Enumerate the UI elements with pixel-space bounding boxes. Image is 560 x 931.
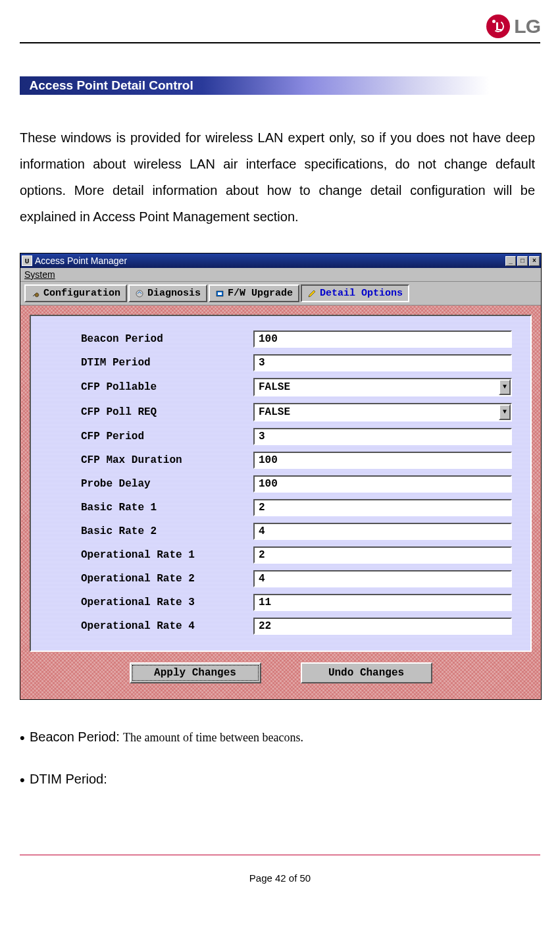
label-cfp-period: CFP Period [49, 431, 253, 442]
diagnosis-icon [135, 289, 144, 298]
tab-configuration[interactable]: Configuration [24, 284, 127, 302]
input-dtim-period[interactable]: 3 [253, 354, 512, 371]
svg-rect-2 [218, 292, 222, 295]
upgrade-icon [215, 289, 224, 298]
footer-divider [20, 855, 540, 855]
input-operational-rate-2[interactable]: 4 [253, 570, 512, 587]
lg-face-icon [486, 14, 510, 38]
tab-fw-upgrade-label: F/W Upgrade [228, 288, 293, 299]
label-beacon-period: Beacon Period [49, 333, 253, 345]
button-row: Apply Changes Undo Changes [30, 652, 532, 690]
label-basic-rate-1: Basic Rate 1 [49, 502, 253, 514]
row-operational-rate-2: Operational Rate 2 4 [49, 570, 512, 587]
input-basic-rate-1[interactable]: 2 [253, 499, 512, 516]
section-title-bar: Access Point Detail Control [20, 76, 542, 95]
tab-detail-options-label: Detail Options [320, 288, 403, 299]
chevron-down-icon: ▼ [499, 404, 511, 420]
label-dtim-period: DTIM Period [49, 357, 253, 369]
select-cfp-pollable[interactable]: FALSE ▼ [253, 378, 512, 396]
form-panel: Beacon Period 100 DTIM Period 3 CFP Poll… [30, 315, 532, 652]
menu-system[interactable]: System [24, 269, 55, 280]
label-basic-rate-2: Basic Rate 2 [49, 525, 253, 537]
input-cfp-period[interactable]: 3 [253, 428, 512, 445]
window-title: Access Point Manager [35, 255, 505, 266]
page-footer: Page 42 of 50 [20, 861, 540, 895]
input-probe-delay[interactable]: 100 [253, 475, 512, 492]
content-area: Beacon Period 100 DTIM Period 3 CFP Poll… [20, 306, 541, 699]
header-divider [20, 42, 540, 43]
row-basic-rate-2: Basic Rate 2 4 [49, 523, 512, 540]
label-operational-rate-1: Operational Rate 1 [49, 549, 253, 561]
minimize-button[interactable]: _ [505, 256, 516, 266]
select-cfp-poll-req-value: FALSE [255, 404, 499, 420]
select-cfp-pollable-value: FALSE [255, 379, 499, 395]
input-basic-rate-2[interactable]: 4 [253, 523, 512, 540]
input-cfp-max-duration[interactable]: 100 [253, 452, 512, 469]
row-cfp-max-duration: CFP Max Duration 100 [49, 452, 512, 469]
bullet-beacon-label: Beacon Period: [30, 730, 120, 744]
page-header: LG [20, 13, 540, 40]
bullet-dtim-label: DTIM Period: [30, 772, 107, 786]
label-operational-rate-3: Operational Rate 3 [49, 597, 253, 608]
input-operational-rate-3[interactable]: 11 [253, 594, 512, 611]
lg-logo: LG [486, 14, 540, 38]
input-operational-rate-4[interactable]: 22 [253, 618, 512, 635]
apply-button[interactable]: Apply Changes [130, 662, 261, 683]
bullet-list: • Beacon Period: The amount of time betw… [20, 730, 540, 789]
tab-detail-options[interactable]: Detail Options [301, 284, 409, 302]
row-cfp-poll-req: CFP Poll REQ FALSE ▼ [49, 403, 512, 421]
bullet-dot-icon: • [20, 772, 25, 788]
tab-fw-upgrade[interactable]: F/W Upgrade [209, 284, 299, 302]
section-title: Access Point Detail Control [30, 78, 193, 92]
bullet-dtim-period: • DTIM Period: [20, 772, 540, 789]
label-probe-delay: Probe Delay [49, 478, 253, 490]
edit-icon [307, 289, 317, 298]
tab-configuration-label: Configuration [43, 288, 120, 299]
label-cfp-poll-req: CFP Poll REQ [49, 406, 253, 418]
undo-button[interactable]: Undo Changes [301, 662, 432, 683]
toolbar: Configuration Diagnosis F/W Upgrade Deta… [20, 282, 541, 306]
label-operational-rate-2: Operational Rate 2 [49, 573, 253, 585]
label-operational-rate-4: Operational Rate 4 [49, 620, 253, 632]
row-probe-delay: Probe Delay 100 [49, 475, 512, 492]
row-cfp-pollable: CFP Pollable FALSE ▼ [49, 378, 512, 396]
app-icon: U [22, 255, 32, 266]
row-dtim-period: DTIM Period 3 [49, 354, 512, 371]
maximize-button[interactable]: □ [517, 256, 528, 266]
chevron-down-icon: ▼ [499, 379, 511, 395]
row-cfp-period: CFP Period 3 [49, 428, 512, 445]
window-titlebar: U Access Point Manager _ □ × [20, 253, 541, 268]
row-operational-rate-4: Operational Rate 4 22 [49, 618, 512, 635]
menu-bar: System [20, 268, 541, 282]
select-cfp-poll-req[interactable]: FALSE ▼ [253, 403, 512, 421]
row-operational-rate-1: Operational Rate 1 2 [49, 546, 512, 564]
app-window: U Access Point Manager _ □ × System Conf… [20, 253, 542, 700]
row-beacon-period: Beacon Period 100 [49, 331, 512, 348]
bullet-dot-icon: • [20, 730, 25, 746]
input-operational-rate-1[interactable]: 2 [253, 546, 512, 564]
wrench-icon [31, 289, 40, 298]
label-cfp-pollable: CFP Pollable [49, 381, 253, 393]
label-cfp-max-duration: CFP Max Duration [49, 454, 253, 466]
intro-paragraph: These windows is provided for wireless L… [20, 124, 535, 230]
bullet-beacon-period: • Beacon Period: The amount of time betw… [20, 730, 540, 747]
row-operational-rate-3: Operational Rate 3 11 [49, 594, 512, 611]
row-basic-rate-1: Basic Rate 1 2 [49, 499, 512, 516]
lg-brand-text: LG [514, 15, 540, 38]
tab-diagnosis-label: Diagnosis [147, 288, 201, 299]
tab-diagnosis[interactable]: Diagnosis [128, 284, 207, 302]
input-beacon-period[interactable]: 100 [253, 331, 512, 348]
close-button[interactable]: × [529, 256, 540, 266]
bullet-beacon-desc: The amount of time between beacons. [123, 731, 303, 744]
